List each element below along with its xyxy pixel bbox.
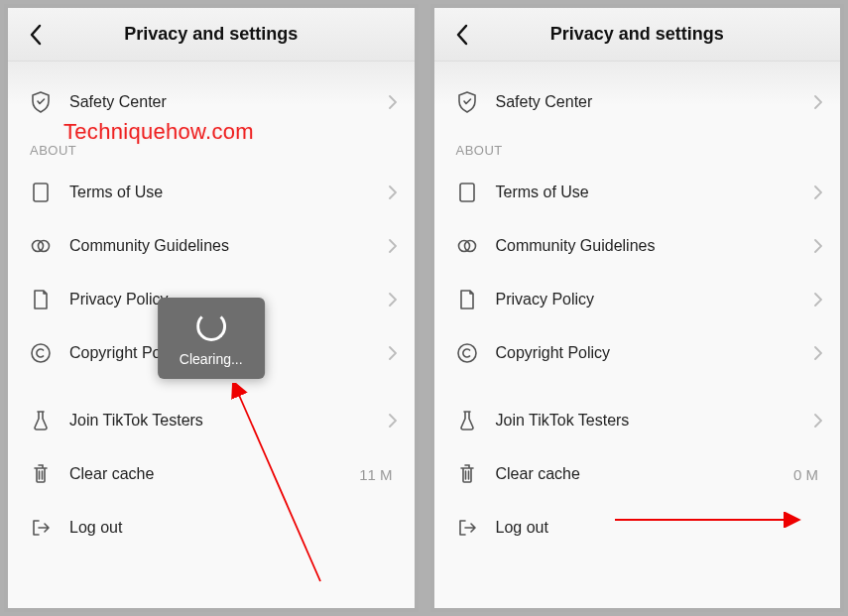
cache-size-value: 0 M: [793, 466, 818, 483]
row-label: Community Guidelines: [496, 237, 815, 255]
row-logout[interactable]: Log out: [434, 501, 841, 554]
chevron-right-icon: [814, 414, 822, 428]
svg-point-8: [458, 344, 476, 362]
page-icon: [456, 289, 478, 310]
chevron-right-icon: [814, 346, 822, 360]
row-clear-cache[interactable]: Clear cache 11 M: [8, 447, 415, 501]
chevron-right-icon: [389, 239, 397, 253]
row-label: Community Guidelines: [69, 237, 389, 255]
spinner-icon: [196, 311, 226, 341]
chevron-right-icon: [814, 293, 822, 307]
shield-icon: [30, 91, 52, 113]
row-label: Log out: [69, 519, 397, 537]
row-label: Clear cache: [496, 465, 793, 483]
trash-icon: [456, 463, 478, 485]
document-icon: [30, 182, 52, 203]
copyright-icon: [456, 342, 478, 364]
svg-point-3: [32, 344, 50, 362]
page-icon: [30, 289, 52, 310]
page-title: Privacy and settings: [448, 24, 827, 45]
chevron-right-icon: [389, 185, 397, 199]
chevron-right-icon: [814, 95, 822, 109]
header: Privacy and settings: [434, 8, 841, 62]
row-privacy-policy[interactable]: Privacy Policy: [434, 273, 841, 326]
chevron-right-icon: [389, 293, 397, 307]
row-label: Terms of Use: [496, 184, 815, 201]
row-label: Terms of Use: [69, 184, 389, 201]
trash-icon: [30, 463, 52, 485]
section-about: ABOUT: [8, 129, 415, 166]
row-safety-center[interactable]: Safety Center: [434, 75, 841, 129]
row-testers[interactable]: Join TikTok Testers: [434, 394, 841, 447]
row-terms[interactable]: Terms of Use: [434, 166, 841, 219]
row-guidelines[interactable]: Community Guidelines: [8, 219, 415, 273]
chevron-right-icon: [814, 185, 822, 199]
row-guidelines[interactable]: Community Guidelines: [434, 219, 841, 273]
row-label: Join TikTok Testers: [496, 412, 815, 430]
circles-icon: [456, 235, 478, 257]
row-terms[interactable]: Terms of Use: [8, 166, 415, 219]
chevron-right-icon: [814, 239, 822, 253]
chevron-right-icon: [389, 414, 397, 428]
row-label: Clear cache: [69, 465, 359, 483]
phone-panel-right: Privacy and settings Safety Center ABOUT…: [430, 4, 845, 612]
clearing-toast: Clearing...: [158, 298, 265, 379]
svg-rect-0: [34, 184, 48, 201]
logout-icon: [456, 517, 478, 539]
phone-panel-left: Privacy and settings Safety Center ABOUT…: [4, 4, 419, 612]
row-label: Privacy Policy: [496, 291, 815, 308]
settings-list: Safety Center ABOUT Terms of Use Communi…: [434, 62, 841, 608]
chevron-right-icon: [389, 346, 397, 360]
copyright-icon: [30, 342, 52, 364]
flask-icon: [30, 410, 52, 431]
circles-icon: [30, 235, 52, 257]
row-clear-cache[interactable]: Clear cache 0 M: [434, 447, 841, 501]
row-label: Join TikTok Testers: [69, 412, 389, 430]
flask-icon: [456, 410, 478, 431]
row-copyright[interactable]: Copyright Policy: [434, 326, 841, 380]
row-label: Safety Center: [496, 93, 815, 111]
header: Privacy and settings: [8, 8, 415, 62]
row-label: Copyright Policy: [496, 344, 815, 362]
row-label: Log out: [496, 519, 823, 537]
chevron-right-icon: [389, 95, 397, 109]
row-safety-center[interactable]: Safety Center: [8, 75, 415, 129]
section-about: ABOUT: [434, 129, 841, 166]
shield-icon: [456, 91, 478, 113]
page-title: Privacy and settings: [22, 24, 401, 45]
document-icon: [456, 182, 478, 203]
row-label: Safety Center: [69, 93, 389, 111]
logout-icon: [30, 517, 52, 539]
toast-label: Clearing...: [180, 351, 243, 367]
row-logout[interactable]: Log out: [8, 501, 415, 554]
cache-size-value: 11 M: [359, 466, 392, 483]
svg-rect-5: [460, 184, 474, 201]
row-testers[interactable]: Join TikTok Testers: [8, 394, 415, 447]
